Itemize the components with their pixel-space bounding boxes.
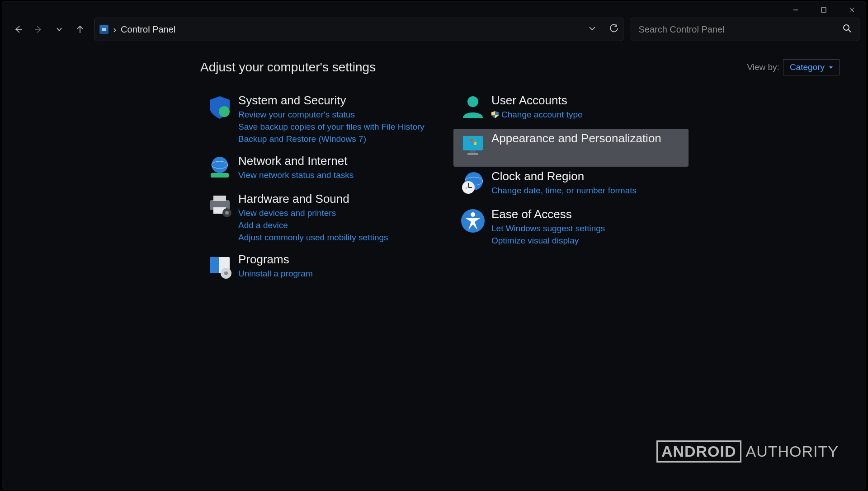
- back-button[interactable]: [9, 20, 28, 39]
- control-panel-icon: [99, 25, 108, 34]
- programs-icon: [204, 253, 236, 281]
- category-network-internet[interactable]: Network and Internet View network status…: [200, 151, 435, 189]
- appearance-icon: [457, 131, 489, 160]
- svg-point-17: [225, 211, 229, 215]
- address-bar[interactable]: › Control Panel: [94, 18, 623, 41]
- breadcrumb[interactable]: › Control Panel: [113, 24, 175, 35]
- link-add-device[interactable]: Add a device: [238, 219, 432, 231]
- breadcrumb-sep: ›: [113, 24, 116, 35]
- category-title[interactable]: Ease of Access: [491, 207, 685, 221]
- category-title[interactable]: Hardware and Sound: [238, 192, 432, 206]
- svg-point-22: [467, 96, 478, 107]
- titlebar: [2, 1, 866, 19]
- network-icon: [204, 154, 236, 183]
- view-by-value: Category: [790, 62, 825, 72]
- view-by-dropdown[interactable]: Category: [783, 59, 840, 75]
- breadcrumb-root[interactable]: Control Panel: [121, 24, 175, 35]
- refresh-button[interactable]: [609, 24, 618, 35]
- page-title: Adjust your computer's settings: [200, 60, 747, 75]
- link-suggest-settings[interactable]: Let Windows suggest settings: [491, 222, 685, 234]
- category-appearance-personalization[interactable]: Appearance and Personalization: [453, 129, 689, 167]
- printer-icon: [204, 192, 236, 221]
- link-backup-restore[interactable]: Backup and Restore (Windows 7): [238, 133, 432, 145]
- category-programs[interactable]: Programs Uninstall a program: [200, 250, 435, 288]
- link-review-status[interactable]: Review your computer's status: [238, 108, 432, 121]
- link-date-time-formats[interactable]: Change date, time, or number formats: [491, 184, 685, 196]
- svg-rect-12: [211, 173, 229, 178]
- nav-row: › Control Panel: [2, 19, 866, 40]
- category-hardware-sound[interactable]: Hardware and Sound View devices and prin…: [200, 189, 435, 250]
- svg-point-37: [471, 212, 475, 217]
- category-title[interactable]: Network and Internet: [238, 154, 432, 168]
- chevron-down-icon: [829, 66, 833, 69]
- clock-icon: L: [457, 169, 489, 198]
- forward-button[interactable]: [29, 20, 48, 39]
- header-band: Adjust your computer's settings View by:…: [2, 54, 866, 81]
- category-clock-region[interactable]: L Clock and Region Change date, time, or…: [453, 167, 689, 205]
- right-column: User Accounts Change account type Appear…: [453, 91, 689, 288]
- link-optimize-display[interactable]: Optimize visual display: [491, 234, 685, 247]
- svg-rect-24: [470, 150, 476, 153]
- svg-rect-14: [213, 196, 226, 201]
- category-ease-of-access[interactable]: Ease of Access Let Windows suggest setti…: [453, 205, 689, 253]
- svg-rect-26: [470, 139, 473, 141]
- category-title[interactable]: Clock and Region: [491, 169, 685, 183]
- watermark-plain: AUTHORITY: [746, 443, 839, 460]
- accessibility-icon: [457, 207, 489, 236]
- svg-point-10: [212, 157, 228, 173]
- address-dropdown-icon[interactable]: [589, 25, 596, 34]
- search-input[interactable]: [638, 24, 843, 35]
- category-title[interactable]: Appearance and Personalization: [491, 131, 685, 145]
- search-icon[interactable]: [843, 24, 852, 35]
- control-panel-window: › Control Panel Adjust your computer's s…: [2, 1, 866, 490]
- svg-rect-29: [474, 142, 476, 145]
- svg-rect-27: [474, 139, 476, 141]
- left-column: System and Security Review your computer…: [200, 91, 435, 288]
- close-button[interactable]: [838, 1, 866, 19]
- link-mobility-settings[interactable]: Adjust commonly used mobility settings: [238, 231, 432, 243]
- link-devices-printers[interactable]: View devices and printers: [238, 207, 432, 219]
- svg-rect-25: [467, 153, 478, 155]
- minimize-button[interactable]: [782, 1, 810, 19]
- link-uninstall-program[interactable]: Uninstall a program: [238, 267, 432, 280]
- link-file-history[interactable]: Save backup copies of your files with Fi…: [238, 121, 432, 133]
- link-change-account-type[interactable]: Change account type: [491, 108, 685, 121]
- user-icon: [457, 94, 489, 122]
- watermark-boxed: ANDROID: [656, 440, 741, 463]
- maximize-button[interactable]: [810, 1, 838, 19]
- svg-line-8: [849, 30, 851, 32]
- svg-point-21: [224, 271, 228, 275]
- search-bar[interactable]: [631, 18, 859, 41]
- category-user-accounts[interactable]: User Accounts Change account type: [453, 91, 689, 129]
- shield-icon: [204, 94, 236, 122]
- svg-point-9: [219, 106, 230, 117]
- category-system-security[interactable]: System and Security Review your computer…: [200, 91, 435, 151]
- svg-rect-28: [470, 142, 473, 145]
- category-title[interactable]: System and Security: [238, 94, 432, 108]
- svg-rect-19: [210, 257, 219, 273]
- svg-rect-1: [821, 8, 826, 12]
- link-network-status[interactable]: View network status and tasks: [238, 169, 432, 181]
- category-title[interactable]: User Accounts: [491, 94, 685, 108]
- watermark: ANDROID AUTHORITY: [656, 440, 839, 463]
- view-by-label: View by:: [747, 62, 779, 72]
- category-title[interactable]: Programs: [238, 253, 432, 267]
- categories: System and Security Review your computer…: [2, 91, 866, 288]
- svg-point-7: [844, 25, 849, 30]
- recent-dropdown[interactable]: [50, 20, 69, 39]
- up-button[interactable]: [71, 20, 90, 39]
- svg-text:L: L: [466, 186, 468, 190]
